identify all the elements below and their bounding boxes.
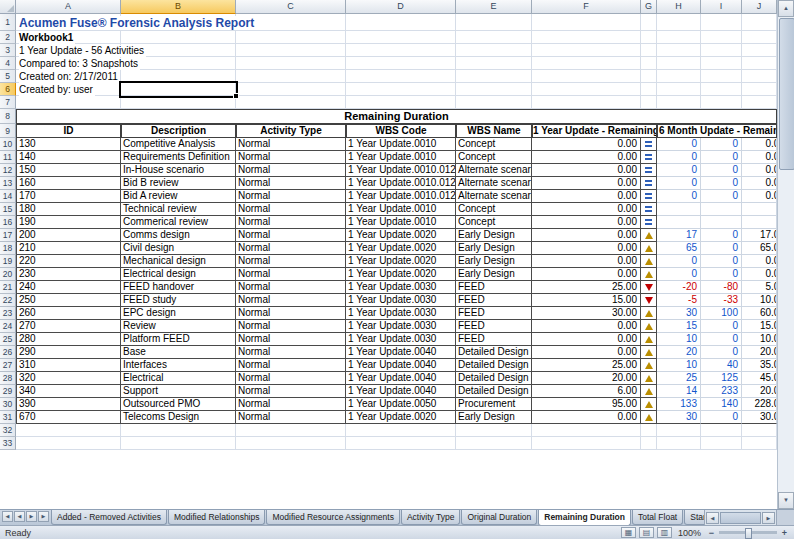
next-sheet-icon[interactable]: ▶ [26, 511, 37, 522]
cell-year-update-value[interactable]: 0.00 [532, 268, 641, 281]
row-number-33[interactable]: 33 [0, 437, 16, 450]
cell-six-month-value[interactable]: 35.00 [742, 359, 777, 372]
cell-grid[interactable]: Acumen Fuse® Forensic Analysis Report Wo… [16, 14, 777, 509]
column-letter-C[interactable]: C [236, 0, 346, 14]
cell-variance[interactable]: 17 [657, 229, 701, 242]
cell-variance-pct[interactable]: 0 [701, 164, 742, 177]
cell-trend[interactable] [641, 216, 657, 229]
cell-wbs-code[interactable]: 1 Year Update.0020 [346, 268, 456, 281]
select-all-button[interactable] [0, 0, 16, 14]
cell-six-month-value[interactable]: 30.00 [742, 411, 777, 424]
cell-wbs-name[interactable]: Alternate scenario [456, 177, 532, 190]
vertical-scrollbar-thumb[interactable] [779, 18, 794, 170]
cell-id[interactable]: 250 [16, 294, 121, 307]
cell-variance[interactable]: -20 [657, 281, 701, 294]
cell-wbs-code[interactable]: 1 Year Update.0030 [346, 320, 456, 333]
cell-six-month-value[interactable]: 0.00 [742, 268, 777, 281]
row-number-31[interactable]: 31 [0, 411, 16, 424]
cell-variance[interactable]: 30 [657, 307, 701, 320]
row-number-30[interactable]: 30 [0, 398, 16, 411]
cell-six-month-value[interactable]: 0.00 [742, 164, 777, 177]
cell-activity-type[interactable]: Normal [236, 385, 346, 398]
cell-description[interactable]: In-House scenario [121, 164, 236, 177]
cell-variance-pct[interactable]: 0 [701, 320, 742, 333]
cell-activity-type[interactable]: Normal [236, 281, 346, 294]
cell-wbs-code[interactable]: 1 Year Update.0010 [346, 203, 456, 216]
cell-wbs-code[interactable]: 1 Year Update.0040 [346, 372, 456, 385]
cell-six-month-value[interactable]: 0.00 [742, 177, 777, 190]
cell-variance[interactable] [657, 203, 701, 216]
column-header-activity-type[interactable]: Activity Type [236, 124, 346, 138]
cell-id[interactable]: 260 [16, 307, 121, 320]
cell-variance-pct[interactable]: 100 [701, 307, 742, 320]
cell-variance-pct[interactable]: -33 [701, 294, 742, 307]
cell-six-month-value[interactable] [742, 203, 777, 216]
cell-id[interactable]: 130 [16, 138, 121, 151]
cell-trend[interactable] [641, 359, 657, 372]
column-letter-D[interactable]: D [346, 0, 456, 14]
scroll-down-icon[interactable]: ▼ [778, 492, 794, 509]
cell-id[interactable]: 220 [16, 255, 121, 268]
cell-variance-pct[interactable]: 40 [701, 359, 742, 372]
cell-trend[interactable] [641, 281, 657, 294]
cell-wbs-code[interactable]: 1 Year Update.0040 [346, 359, 456, 372]
cell-activity-type[interactable]: Normal [236, 411, 346, 424]
cell-trend[interactable] [641, 242, 657, 255]
cell-six-month-value[interactable]: 0.00 [742, 255, 777, 268]
cell-variance[interactable]: 10 [657, 359, 701, 372]
cell-wbs-code[interactable]: 1 Year Update.0010 [346, 216, 456, 229]
cell-wbs-name[interactable]: Detailed Design [456, 359, 532, 372]
row-number-2[interactable]: 2 [0, 31, 16, 44]
cell-year-update-value[interactable]: 20.00 [532, 372, 641, 385]
row-number-5[interactable]: 5 [0, 70, 16, 83]
cell-activity-type[interactable]: Normal [236, 203, 346, 216]
row-number-16[interactable]: 16 [0, 216, 16, 229]
cell-year-update-value[interactable]: 25.00 [532, 281, 641, 294]
cell-description[interactable]: EPC design [121, 307, 236, 320]
cell-six-month-value[interactable]: 0.00 [742, 138, 777, 151]
cell-variance-pct[interactable]: 0 [701, 190, 742, 203]
sheet-tab-modified-relationships[interactable]: Modified Relationships [168, 510, 266, 525]
cell-wbs-name[interactable]: Concept [456, 151, 532, 164]
cell-activity-type[interactable]: Normal [236, 177, 346, 190]
cell-description[interactable]: Electrical design [121, 268, 236, 281]
cell-description[interactable]: Bid B review [121, 177, 236, 190]
row-number-28[interactable]: 28 [0, 372, 16, 385]
cell-year-update-value[interactable]: 0.00 [532, 164, 641, 177]
cell-six-month-value[interactable]: 10.00 [742, 294, 777, 307]
column-header-wbs-name[interactable]: WBS Name [456, 124, 532, 138]
row-number-29[interactable]: 29 [0, 385, 16, 398]
column-letter-B[interactable]: B [121, 0, 236, 14]
cell-year-update-value[interactable]: 0.00 [532, 229, 641, 242]
sheet-tab-total-float[interactable]: Total Float [632, 510, 683, 525]
cell-six-month-value[interactable]: 0.00 [742, 190, 777, 203]
cell-wbs-name[interactable]: Detailed Design [456, 385, 532, 398]
cell-activity-type[interactable]: Normal [236, 229, 346, 242]
cell-wbs-code[interactable]: 1 Year Update.0010.0120 [346, 177, 456, 190]
row-number-4[interactable]: 4 [0, 57, 16, 70]
cell-wbs-name[interactable]: FEED [456, 281, 532, 294]
cell-wbs-name[interactable]: FEED [456, 320, 532, 333]
cell-activity-type[interactable]: Normal [236, 151, 346, 164]
column-letter-F[interactable]: F [532, 0, 641, 14]
cell-description[interactable]: Civil design [121, 242, 236, 255]
cell-wbs-name[interactable]: FEED [456, 307, 532, 320]
row-number-22[interactable]: 22 [0, 294, 16, 307]
row-number-23[interactable]: 23 [0, 307, 16, 320]
cell-wbs-name[interactable]: Detailed Design [456, 372, 532, 385]
cell-wbs-code[interactable]: 1 Year Update.0020 [346, 229, 456, 242]
cell-wbs-code[interactable]: 1 Year Update.0040 [346, 346, 456, 359]
cell-activity-type[interactable]: Normal [236, 294, 346, 307]
cell-description[interactable]: Mechanical design [121, 255, 236, 268]
cell-id[interactable]: 180 [16, 203, 121, 216]
row-number-14[interactable]: 14 [0, 190, 16, 203]
cell-wbs-name[interactable]: Early Design [456, 242, 532, 255]
cell-description[interactable]: Competitive Analysis [121, 138, 236, 151]
sheet-tab-start[interactable]: Start [684, 510, 704, 525]
cell-variance[interactable] [657, 216, 701, 229]
cell-wbs-name[interactable]: Early Design [456, 255, 532, 268]
cell-variance-pct[interactable]: 0 [701, 268, 742, 281]
column-header-description[interactable]: Description [121, 124, 236, 138]
cell-id[interactable]: 210 [16, 242, 121, 255]
cell-id[interactable]: 140 [16, 151, 121, 164]
